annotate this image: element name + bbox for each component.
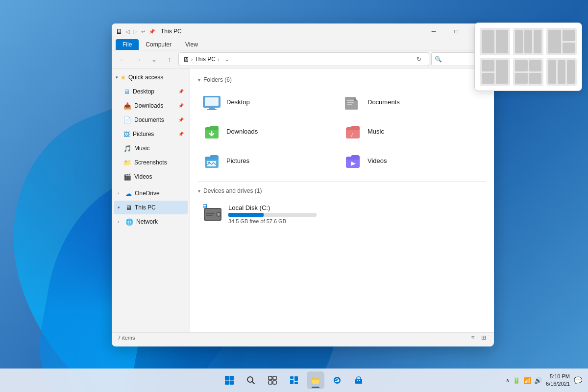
svg-rect-27 [230,381,234,385]
search-taskbar-button[interactable] [242,371,260,389]
downloads-label: Downloads [134,102,163,109]
svg-rect-23 [205,207,206,208]
folder-music[interactable]: ♪ Music [339,118,476,144]
toolbar-back-icon: ◁ [125,28,129,35]
refresh-button[interactable]: ↻ [413,53,425,65]
toolbar-pin-icon: 📌 [149,29,155,34]
documents-folder-icon: 📄 [123,116,131,124]
svg-rect-36 [294,376,298,381]
widgets-button[interactable] [285,371,303,389]
recent-button[interactable]: ⌄ [147,52,161,66]
sidebar-item-onedrive[interactable]: › ☁ OneDrive [114,186,188,200]
sidebar-item-documents[interactable]: 📄 Documents 📌 [114,113,188,127]
sidebar-item-this-pc[interactable]: ▾ 🖥 This PC [114,201,188,214]
search-icon: 🔍 [435,56,442,63]
toolbar-fwd-icon: ▷ [133,28,137,35]
pictures-folder-img [202,151,221,170]
folders-label: Folders (6) [203,76,232,83]
svg-rect-32 [269,381,272,384]
svg-rect-6 [347,100,354,101]
music-folder-icon: 🎵 [123,145,131,152]
volume-icon[interactable]: 🔊 [534,377,542,384]
svg-rect-30 [269,376,272,380]
sidebar-item-screenshots[interactable]: 📁 Screenshots [114,156,188,169]
drives-chevron: ▾ [198,188,200,194]
address-bar[interactable]: 🖥 › This PC › ⌄ ↻ [178,52,429,66]
svg-rect-7 [347,102,354,103]
up-button[interactable]: ↑ [163,52,176,66]
folder-pictures[interactable]: Pictures [198,148,335,173]
tab-computer[interactable]: Computer [139,39,178,50]
sidebar-item-pictures[interactable]: 🖼 Pictures 📌 [114,127,188,141]
system-tray: ∧ 🔋 📶 🔊 [506,377,542,384]
section-divider [198,181,486,182]
snap-option-4[interactable] [480,58,510,86]
address-dropdown-button[interactable]: ⌄ [221,53,233,65]
desktop-label: Desktop [133,88,154,95]
sidebar-item-downloads[interactable]: 📥 Downloads 📌 [114,99,188,113]
list-view-button[interactable]: ≡ [468,333,477,342]
store-taskbar-button[interactable] [350,371,368,389]
drive-bar-container [228,213,317,217]
documents-label: Documents [134,116,164,123]
videos-folder-icon: 🎬 [123,173,131,181]
taskbar-center [220,371,368,389]
toolbar-undo-icon: ↩ [141,29,145,34]
task-view-button[interactable] [264,371,281,389]
snap-option-1[interactable] [480,28,510,55]
maximize-button[interactable]: □ [445,23,467,39]
drive-c-name: Local Disk (C:) [228,204,317,211]
chevron-up-icon[interactable]: ∧ [506,377,510,384]
pictures-folder-icon: 🖼 [123,131,130,138]
drive-c-info: Local Disk (C:) 34.5 GB free of 57.6 GB [228,204,317,224]
screenshots-label: Screenshots [134,159,167,166]
minimize-button[interactable]: ─ [422,23,445,39]
tab-file[interactable]: File [116,39,139,50]
window-icon: 🖥 [116,27,122,35]
tiles-view-button[interactable]: ⊞ [479,333,488,342]
sidebar-item-network[interactable]: › 🌐 Network [114,215,188,229]
sidebar-item-videos[interactable]: 🎬 Videos [114,170,188,184]
snap-option-3[interactable] [546,28,577,55]
drive-c[interactable]: Local Disk (C:) 34.5 GB free of 57.6 GB [198,200,486,228]
downloads-pin-icon: 📌 [178,103,184,108]
folders-section-header[interactable]: ▾ Folders (6) [198,76,486,83]
address-path: This PC [195,56,216,63]
drive-c-space: 34.5 GB free of 57.6 GB [228,218,317,224]
music-folder-img: ♪ [343,121,363,141]
svg-rect-24 [225,376,229,380]
sidebar-item-desktop[interactable]: 🖥 Desktop 📌 [114,85,188,98]
snap-option-6[interactable] [546,58,577,86]
file-explorer-taskbar-button[interactable] [307,371,324,389]
music-folder-name: Music [368,128,384,135]
documents-folder-name: Documents [368,98,400,106]
network-icon: 🌐 [125,218,133,226]
sidebar-item-music[interactable]: 🎵 Music [114,141,188,155]
videos-folder-img [343,151,363,170]
svg-rect-34 [290,376,294,379]
back-button[interactable]: ← [116,52,129,66]
start-button[interactable] [220,371,238,389]
folders-grid: Desktop Documents [198,89,486,173]
snap-option-5[interactable] [513,58,543,86]
address-end-chevron: › [218,57,219,62]
folder-documents[interactable]: Documents [339,89,476,115]
snap-option-2[interactable] [513,28,543,55]
folder-videos[interactable]: Videos [339,148,476,173]
drives-section-header[interactable]: ▾ Devices and drives (1) [198,187,486,194]
nav-bar: ← → ⌄ ↑ 🖥 › This PC › ⌄ ↻ 🔍 [112,50,494,69]
edge-taskbar-button[interactable] [328,371,346,389]
folder-desktop[interactable]: Desktop [198,89,335,115]
drive-c-icon [202,203,223,225]
tab-view[interactable]: View [178,39,205,50]
svg-rect-40 [359,380,360,381]
network-chevron: › [118,219,122,224]
clock-date: 6/16/2021 [546,380,570,388]
folder-downloads[interactable]: Downloads [198,118,335,144]
forward-button[interactable]: → [131,52,145,66]
quick-access-header[interactable]: ▾ ★ Quick access [112,70,190,84]
svg-rect-18 [206,215,213,216]
clock[interactable]: 5:10 PM 6/16/2021 [546,373,570,388]
notification-icon[interactable]: 💬 [574,376,582,384]
onedrive-chevron: › [118,191,122,196]
